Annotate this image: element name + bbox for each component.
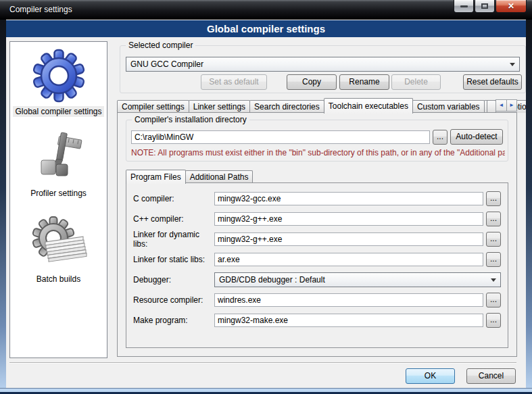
installation-directory-input[interactable] [131,130,430,144]
window-controls: ✕ [454,0,527,13]
field-row-make-program: Make program: ... [133,313,501,328]
tab-clipped[interactable] [487,100,496,113]
browse-dynamic-linker-button[interactable]: ... [486,232,501,247]
make-program-input[interactable] [214,314,483,327]
debugger-select[interactable]: GDB/CDB debugger : Default [214,272,501,287]
field-row-cpp-compiler: C++ compiler: ... [133,212,501,226]
page-title: Global compiler settings [6,20,526,37]
cancel-button[interactable]: Cancel [466,368,516,384]
note-text: NOTE: All programs must exist either in … [131,148,505,157]
gear-papers-icon [30,216,87,272]
close-icon: ✕ [508,1,514,11]
cpp-compiler-input[interactable] [214,212,483,226]
field-row-static-linker: Linker for static libs: ... [133,252,501,267]
compiler-settings-dialog: Compiler settings ✕ Global compiler sett… [0,0,532,394]
dynamic-linker-input[interactable] [214,232,483,246]
window-frame-bottom [0,388,532,394]
delete-button[interactable]: Delete [391,74,441,90]
debugger-select-value: GDB/CDB debugger : Default [219,275,325,285]
sidebar-item-label: Batch builds [34,274,82,285]
browse-resource-compiler-button[interactable]: ... [486,293,501,307]
minimize-button[interactable] [454,0,474,13]
dropdown-arrow-icon [491,278,496,285]
tab-custom-variables[interactable]: Custom variables [412,100,485,113]
compiler-select-value: GNU GCC Compiler [130,59,203,69]
window-frame-left [0,20,6,394]
program-files-tab-strip: Program Files Additional Paths [126,168,252,183]
copy-button[interactable]: Copy [287,74,337,90]
blue-gear-icon [30,47,87,104]
dropdown-arrow-icon [510,63,515,69]
reset-defaults-button[interactable]: Reset defaults [463,74,522,90]
field-label: C++ compiler: [133,214,214,224]
close-button[interactable]: ✕ [495,0,527,13]
caliper-icon [30,132,87,186]
browse-cpp-compiler-button[interactable]: ... [486,212,501,226]
tab-scroll-buttons: ◄ ► [495,99,517,112]
compiler-select[interactable]: GNU GCC Compiler [126,57,520,72]
field-label: Linker for dynamic libs: [133,230,214,249]
sidebar-item-profiler-settings[interactable]: Profiler settings [10,132,107,199]
maximize-button[interactable] [475,0,495,13]
field-row-debugger: Debugger: GDB/CDB debugger : Default [133,272,501,287]
field-row-resource-compiler: Resource compiler: ... [133,293,501,307]
field-label: C compiler: [133,194,214,203]
rename-button[interactable]: Rename [339,74,389,90]
settings-tab-strip: Compiler settings Linker settings Search… [117,97,527,113]
window-title: Compiler settings [9,0,72,20]
field-label: Make program: [133,316,214,325]
tab-toolchain-executables[interactable]: Toolchain executables [324,98,413,114]
toolchain-executables-panel: Compiler's installation directory ... Au… [117,112,517,357]
tab-program-files[interactable]: Program Files [126,170,186,184]
group-legend: Compiler's installation directory [132,115,249,124]
sidebar-item-global-compiler-settings[interactable]: Global compiler settings [10,47,107,117]
c-compiler-input[interactable] [214,192,483,205]
sidebar-item-batch-builds[interactable]: Batch builds [10,216,107,285]
set-as-default-button[interactable]: Set as default [201,74,267,90]
settings-category-list: Global compiler settings [9,41,107,358]
sidebar-item-label: Global compiler settings [13,106,103,117]
browse-make-program-button[interactable]: ... [486,313,501,328]
tab-scroll-right-button[interactable]: ► [506,100,516,111]
browse-static-linker-button[interactable]: ... [486,252,501,267]
sidebar-item-label: Profiler settings [28,188,89,199]
title-bar[interactable]: Compiler settings ✕ [0,0,532,20]
tab-compiler-settings[interactable]: Compiler settings [117,100,189,113]
footer-separator [9,362,516,364]
ok-button[interactable]: OK [406,368,455,384]
installation-directory-group: Compiler's installation directory ... Au… [126,120,508,162]
field-label: Resource compiler: [133,295,214,305]
field-row-dynamic-linker: Linker for dynamic libs: ... [133,232,501,247]
auto-detect-button[interactable]: Auto-detect [450,129,503,145]
browse-directory-button[interactable]: ... [433,130,448,145]
resource-compiler-input[interactable] [214,293,483,307]
static-linker-input[interactable] [214,253,483,266]
field-label: Linker for static libs: [133,255,214,264]
field-label: Debugger: [133,275,214,285]
window-frame-right [526,20,532,394]
program-files-panel: C compiler: ... C++ compiler: ... Linker… [126,182,508,348]
group-legend: Selected compiler [126,41,195,50]
tab-search-directories[interactable]: Search directories [249,100,324,113]
tab-additional-paths[interactable]: Additional Paths [185,170,253,183]
tab-linker-settings[interactable]: Linker settings [189,100,250,113]
browse-c-compiler-button[interactable]: ... [486,191,501,206]
minimize-icon [460,5,468,7]
selected-compiler-group: Selected compiler GNU GCC Compiler Set a… [120,45,526,93]
tab-scroll-left-button[interactable]: ◄ [496,100,506,111]
maximize-icon [481,3,488,9]
field-row-c-compiler: C compiler: ... [133,191,501,206]
